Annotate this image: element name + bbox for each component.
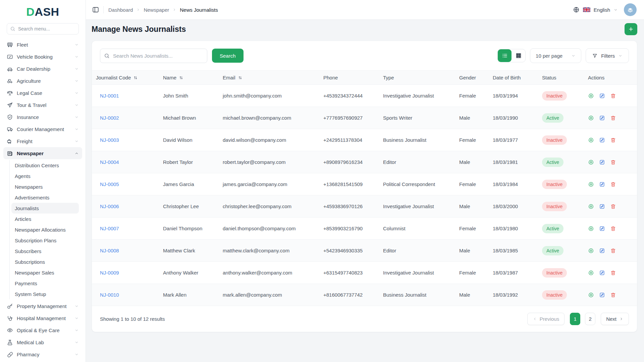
view-button[interactable] [588, 115, 594, 121]
search-button[interactable]: Search [212, 49, 244, 63]
journalist-code-link[interactable]: NJ-0008 [100, 248, 119, 253]
sidebar-item[interactable]: Courier Management [3, 123, 82, 135]
view-button[interactable] [588, 93, 594, 99]
column-header[interactable]: Type [379, 71, 455, 85]
column-header[interactable]: Date of Birth [489, 71, 538, 85]
sidebar-subitem[interactable]: Subscriptions [11, 256, 79, 267]
delete-button[interactable] [610, 292, 616, 298]
delete-button[interactable] [610, 159, 616, 165]
journalist-code-link[interactable]: NJ-0007 [100, 226, 119, 231]
sidebar-subitem[interactable]: Articles [11, 214, 79, 224]
sidebar-item[interactable]: Hospital Management [3, 312, 82, 324]
sidebar-item[interactable]: Car Dealership [3, 63, 82, 75]
avatar[interactable] [624, 3, 637, 16]
sidebar-subitem[interactable]: Agents [11, 171, 79, 181]
edit-button[interactable] [599, 292, 605, 298]
sidebar-subitem[interactable]: Subscription Plans [11, 235, 79, 246]
sort-icon[interactable] [238, 75, 243, 80]
edit-button[interactable] [599, 93, 605, 99]
sidebar-subitem[interactable]: Distribution Centers [11, 160, 79, 171]
sidebar-subitem[interactable]: System Setup [11, 289, 79, 299]
sidebar-item[interactable]: Freight [3, 135, 82, 147]
sidebar-item[interactable]: Optical & Eye Care [3, 324, 82, 336]
edit-button[interactable] [599, 159, 605, 165]
view-button[interactable] [588, 270, 594, 276]
journalist-code-link[interactable]: NJ-0006 [100, 203, 119, 209]
view-button[interactable] [588, 181, 594, 187]
column-header[interactable]: Status [538, 71, 584, 85]
list-view-button[interactable] [498, 49, 512, 62]
grid-view-button[interactable] [512, 49, 525, 62]
view-button[interactable] [588, 203, 594, 209]
view-button[interactable] [588, 226, 594, 232]
delete-button[interactable] [610, 248, 616, 254]
sidebar-item[interactable]: Fleet [3, 39, 82, 51]
add-journalist-button[interactable] [625, 23, 637, 35]
edit-icon [599, 270, 605, 276]
delete-button[interactable] [610, 181, 616, 187]
sidebar-subitem[interactable]: Journalists [11, 203, 79, 214]
edit-button[interactable] [599, 226, 605, 232]
sort-icon[interactable] [179, 75, 183, 80]
column-header[interactable]: Phone [319, 71, 379, 85]
view-button[interactable] [588, 137, 594, 143]
edit-button[interactable] [599, 181, 605, 187]
sidebar-item[interactable]: Insurance [3, 111, 82, 123]
sidebar-item[interactable]: Vehicle Booking [3, 51, 82, 63]
delete-button[interactable] [610, 226, 616, 232]
delete-button[interactable] [610, 93, 616, 99]
journalist-code-link[interactable]: NJ-0009 [100, 270, 119, 276]
column-header[interactable]: Name [159, 71, 219, 85]
filters-button[interactable]: Filters [586, 48, 629, 63]
journalist-code-link[interactable]: NJ-0004 [100, 159, 119, 165]
journalist-code-link[interactable]: NJ-0010 [100, 292, 119, 298]
column-header[interactable]: Journalist Code [92, 71, 159, 85]
language-label[interactable]: English [594, 7, 610, 13]
journalist-code-link[interactable]: NJ-0001 [100, 93, 119, 99]
delete-button[interactable] [610, 115, 616, 121]
sidebar-subitem[interactable]: Subscribers [11, 246, 79, 256]
page-button[interactable]: 2 [585, 313, 595, 325]
edit-button[interactable] [599, 248, 605, 254]
sidebar-subitem[interactable]: Newspapers [11, 181, 79, 192]
delete-button[interactable] [610, 270, 616, 276]
chevron-down-icon[interactable] [613, 8, 618, 12]
per-page-dropdown[interactable]: 10 per page [530, 48, 581, 63]
journalist-code-link[interactable]: NJ-0003 [100, 137, 119, 143]
sidebar-item[interactable]: Tour & Travel [3, 99, 82, 111]
sidebar-item-newspaper[interactable]: Newspaper [3, 147, 82, 159]
edit-button[interactable] [599, 203, 605, 209]
journalist-code-link[interactable]: NJ-0002 [100, 115, 119, 121]
breadcrumb-dashboard[interactable]: Dashboard [108, 7, 133, 13]
sidebar-item[interactable]: Medical Lab [3, 336, 82, 348]
sidebar-item[interactable]: Agriculture [3, 75, 82, 87]
edit-button[interactable] [599, 270, 605, 276]
view-button[interactable] [588, 159, 594, 165]
sidebar-item[interactable]: Pharmacy [3, 348, 82, 360]
column-header[interactable]: Actions [584, 71, 637, 85]
journalist-code-link[interactable]: NJ-0005 [100, 181, 119, 187]
sidebar-toggle-button[interactable] [92, 6, 99, 13]
column-header[interactable]: Email [219, 71, 319, 85]
edit-button[interactable] [599, 115, 605, 121]
sidebar-search-input[interactable] [7, 23, 79, 35]
next-button[interactable]: Next [601, 313, 629, 325]
sidebar-subitem[interactable]: Advertisements [11, 192, 79, 203]
view-button[interactable] [588, 292, 594, 298]
sidebar-subitem[interactable]: Payments [11, 278, 79, 289]
sidebar-subitem[interactable]: Newspaper Sales [11, 267, 79, 278]
sidebar-item[interactable]: Property Management [3, 300, 82, 312]
sidebar-item[interactable]: Legal Case [3, 87, 82, 99]
page-button[interactable]: 1 [570, 313, 580, 325]
delete-button[interactable] [610, 203, 616, 209]
view-button[interactable] [588, 248, 594, 254]
sort-icon[interactable] [133, 75, 138, 80]
journalists-search-input[interactable] [100, 49, 207, 63]
sidebar-subitem[interactable]: Newspaper Allocations [11, 224, 79, 235]
breadcrumb-newspaper[interactable]: Newspaper [144, 7, 169, 13]
edit-icon [599, 115, 605, 121]
edit-button[interactable] [599, 137, 605, 143]
column-header[interactable]: Gender [455, 71, 489, 85]
delete-button[interactable] [610, 137, 616, 143]
previous-button[interactable]: Previous [527, 313, 565, 325]
